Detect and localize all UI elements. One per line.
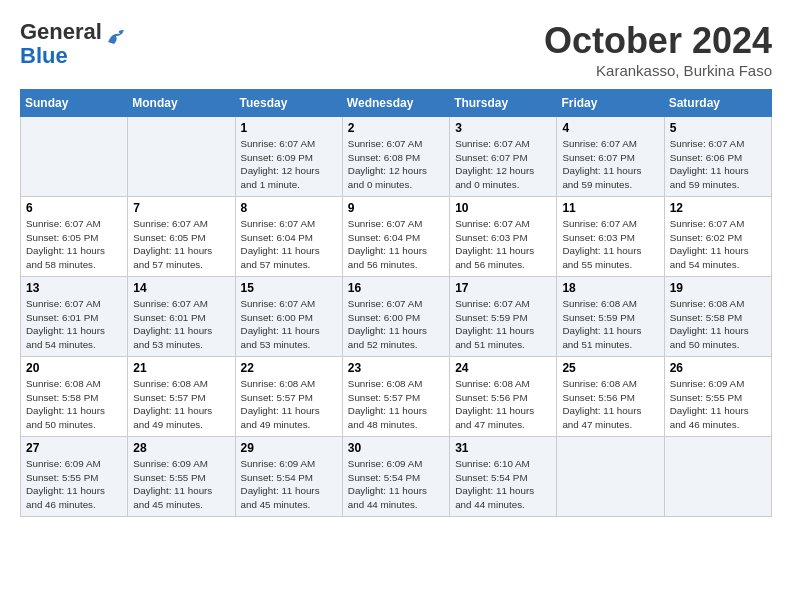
- day-number: 23: [348, 361, 444, 375]
- day-info: Sunrise: 6:09 AMSunset: 5:55 PMDaylight:…: [26, 457, 122, 512]
- day-info: Sunrise: 6:07 AMSunset: 6:02 PMDaylight:…: [670, 217, 766, 272]
- day-number: 4: [562, 121, 658, 135]
- day-number: 29: [241, 441, 337, 455]
- day-number: 25: [562, 361, 658, 375]
- day-number: 15: [241, 281, 337, 295]
- calendar-cell: 17Sunrise: 6:07 AMSunset: 5:59 PMDayligh…: [450, 277, 557, 357]
- calendar-cell: 2Sunrise: 6:07 AMSunset: 6:08 PMDaylight…: [342, 117, 449, 197]
- calendar-week-row: 6Sunrise: 6:07 AMSunset: 6:05 PMDaylight…: [21, 197, 772, 277]
- day-info: Sunrise: 6:08 AMSunset: 5:57 PMDaylight:…: [133, 377, 229, 432]
- calendar-week-row: 20Sunrise: 6:08 AMSunset: 5:58 PMDayligh…: [21, 357, 772, 437]
- day-info: Sunrise: 6:10 AMSunset: 5:54 PMDaylight:…: [455, 457, 551, 512]
- day-of-week-header: Wednesday: [342, 90, 449, 117]
- calendar-cell: [21, 117, 128, 197]
- day-info: Sunrise: 6:07 AMSunset: 6:03 PMDaylight:…: [455, 217, 551, 272]
- calendar-week-row: 1Sunrise: 6:07 AMSunset: 6:09 PMDaylight…: [21, 117, 772, 197]
- calendar-cell: 12Sunrise: 6:07 AMSunset: 6:02 PMDayligh…: [664, 197, 771, 277]
- calendar-cell: 8Sunrise: 6:07 AMSunset: 6:04 PMDaylight…: [235, 197, 342, 277]
- calendar-cell: 14Sunrise: 6:07 AMSunset: 6:01 PMDayligh…: [128, 277, 235, 357]
- day-info: Sunrise: 6:09 AMSunset: 5:54 PMDaylight:…: [241, 457, 337, 512]
- calendar-cell: 31Sunrise: 6:10 AMSunset: 5:54 PMDayligh…: [450, 437, 557, 517]
- day-info: Sunrise: 6:09 AMSunset: 5:54 PMDaylight:…: [348, 457, 444, 512]
- day-info: Sunrise: 6:07 AMSunset: 6:00 PMDaylight:…: [348, 297, 444, 352]
- day-info: Sunrise: 6:08 AMSunset: 5:58 PMDaylight:…: [26, 377, 122, 432]
- day-number: 3: [455, 121, 551, 135]
- calendar-cell: 9Sunrise: 6:07 AMSunset: 6:04 PMDaylight…: [342, 197, 449, 277]
- day-info: Sunrise: 6:08 AMSunset: 5:58 PMDaylight:…: [670, 297, 766, 352]
- calendar-cell: 10Sunrise: 6:07 AMSunset: 6:03 PMDayligh…: [450, 197, 557, 277]
- calendar-cell: [128, 117, 235, 197]
- day-info: Sunrise: 6:07 AMSunset: 6:07 PMDaylight:…: [455, 137, 551, 192]
- title-section: October 2024 Karankasso, Burkina Faso: [544, 20, 772, 79]
- day-info: Sunrise: 6:08 AMSunset: 5:56 PMDaylight:…: [562, 377, 658, 432]
- day-number: 2: [348, 121, 444, 135]
- calendar-cell: 20Sunrise: 6:08 AMSunset: 5:58 PMDayligh…: [21, 357, 128, 437]
- day-number: 17: [455, 281, 551, 295]
- page-header: GeneralBlue October 2024 Karankasso, Bur…: [20, 20, 772, 79]
- day-number: 31: [455, 441, 551, 455]
- location-subtitle: Karankasso, Burkina Faso: [544, 62, 772, 79]
- calendar-cell: 24Sunrise: 6:08 AMSunset: 5:56 PMDayligh…: [450, 357, 557, 437]
- calendar-cell: 3Sunrise: 6:07 AMSunset: 6:07 PMDaylight…: [450, 117, 557, 197]
- calendar-cell: 28Sunrise: 6:09 AMSunset: 5:55 PMDayligh…: [128, 437, 235, 517]
- day-info: Sunrise: 6:08 AMSunset: 5:56 PMDaylight:…: [455, 377, 551, 432]
- day-info: Sunrise: 6:07 AMSunset: 6:07 PMDaylight:…: [562, 137, 658, 192]
- calendar-cell: [664, 437, 771, 517]
- day-info: Sunrise: 6:07 AMSunset: 6:06 PMDaylight:…: [670, 137, 766, 192]
- logo-bird-icon: [106, 28, 126, 46]
- day-number: 11: [562, 201, 658, 215]
- day-info: Sunrise: 6:07 AMSunset: 6:05 PMDaylight:…: [133, 217, 229, 272]
- calendar-cell: 5Sunrise: 6:07 AMSunset: 6:06 PMDaylight…: [664, 117, 771, 197]
- day-info: Sunrise: 6:08 AMSunset: 5:59 PMDaylight:…: [562, 297, 658, 352]
- day-of-week-header: Thursday: [450, 90, 557, 117]
- day-number: 7: [133, 201, 229, 215]
- day-of-week-header: Friday: [557, 90, 664, 117]
- calendar-cell: 30Sunrise: 6:09 AMSunset: 5:54 PMDayligh…: [342, 437, 449, 517]
- day-number: 19: [670, 281, 766, 295]
- calendar-cell: 7Sunrise: 6:07 AMSunset: 6:05 PMDaylight…: [128, 197, 235, 277]
- calendar-cell: 23Sunrise: 6:08 AMSunset: 5:57 PMDayligh…: [342, 357, 449, 437]
- day-info: Sunrise: 6:07 AMSunset: 6:05 PMDaylight:…: [26, 217, 122, 272]
- day-number: 22: [241, 361, 337, 375]
- calendar-cell: 6Sunrise: 6:07 AMSunset: 6:05 PMDaylight…: [21, 197, 128, 277]
- day-info: Sunrise: 6:08 AMSunset: 5:57 PMDaylight:…: [348, 377, 444, 432]
- calendar-cell: 27Sunrise: 6:09 AMSunset: 5:55 PMDayligh…: [21, 437, 128, 517]
- day-info: Sunrise: 6:07 AMSunset: 5:59 PMDaylight:…: [455, 297, 551, 352]
- month-title: October 2024: [544, 20, 772, 62]
- calendar-week-row: 13Sunrise: 6:07 AMSunset: 6:01 PMDayligh…: [21, 277, 772, 357]
- day-info: Sunrise: 6:09 AMSunset: 5:55 PMDaylight:…: [133, 457, 229, 512]
- logo: GeneralBlue: [20, 20, 126, 68]
- calendar-cell: 15Sunrise: 6:07 AMSunset: 6:00 PMDayligh…: [235, 277, 342, 357]
- calendar-cell: 16Sunrise: 6:07 AMSunset: 6:00 PMDayligh…: [342, 277, 449, 357]
- day-number: 10: [455, 201, 551, 215]
- day-number: 26: [670, 361, 766, 375]
- day-info: Sunrise: 6:07 AMSunset: 6:09 PMDaylight:…: [241, 137, 337, 192]
- calendar-week-row: 27Sunrise: 6:09 AMSunset: 5:55 PMDayligh…: [21, 437, 772, 517]
- calendar-cell: 25Sunrise: 6:08 AMSunset: 5:56 PMDayligh…: [557, 357, 664, 437]
- day-number: 12: [670, 201, 766, 215]
- day-info: Sunrise: 6:07 AMSunset: 6:04 PMDaylight:…: [348, 217, 444, 272]
- day-info: Sunrise: 6:07 AMSunset: 6:01 PMDaylight:…: [26, 297, 122, 352]
- calendar-cell: 4Sunrise: 6:07 AMSunset: 6:07 PMDaylight…: [557, 117, 664, 197]
- day-info: Sunrise: 6:07 AMSunset: 6:01 PMDaylight:…: [133, 297, 229, 352]
- day-number: 27: [26, 441, 122, 455]
- calendar-cell: 11Sunrise: 6:07 AMSunset: 6:03 PMDayligh…: [557, 197, 664, 277]
- day-number: 13: [26, 281, 122, 295]
- calendar-cell: 1Sunrise: 6:07 AMSunset: 6:09 PMDaylight…: [235, 117, 342, 197]
- calendar-header-row: SundayMondayTuesdayWednesdayThursdayFrid…: [21, 90, 772, 117]
- day-info: Sunrise: 6:07 AMSunset: 6:04 PMDaylight:…: [241, 217, 337, 272]
- day-number: 16: [348, 281, 444, 295]
- day-number: 14: [133, 281, 229, 295]
- day-number: 18: [562, 281, 658, 295]
- day-number: 28: [133, 441, 229, 455]
- calendar-table: SundayMondayTuesdayWednesdayThursdayFrid…: [20, 89, 772, 517]
- day-info: Sunrise: 6:07 AMSunset: 6:08 PMDaylight:…: [348, 137, 444, 192]
- day-number: 1: [241, 121, 337, 135]
- day-number: 9: [348, 201, 444, 215]
- calendar-cell: 26Sunrise: 6:09 AMSunset: 5:55 PMDayligh…: [664, 357, 771, 437]
- day-number: 5: [670, 121, 766, 135]
- calendar-cell: 22Sunrise: 6:08 AMSunset: 5:57 PMDayligh…: [235, 357, 342, 437]
- day-number: 8: [241, 201, 337, 215]
- calendar-cell: 18Sunrise: 6:08 AMSunset: 5:59 PMDayligh…: [557, 277, 664, 357]
- day-of-week-header: Saturday: [664, 90, 771, 117]
